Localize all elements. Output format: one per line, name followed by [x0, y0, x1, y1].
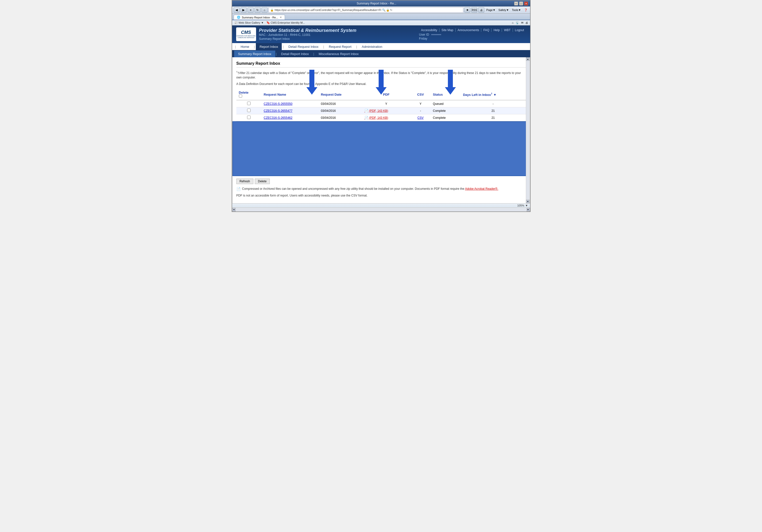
cms-top-links: Accessibility Site Map Announcements FAQ… — [419, 29, 526, 40]
bottom-scrollbar[interactable]: ◄ ► — [232, 207, 530, 211]
tools-menu[interactable]: Tools▼ — [511, 9, 522, 12]
row1-check — [236, 100, 261, 107]
row1-checkbox[interactable] — [247, 102, 251, 105]
nav-bar: ◀ ▶ ✕ ↻ ⌂ 🔒 https://psr-ui.cms.cmsnet/ps… — [232, 7, 530, 14]
rss-icon-toolbar[interactable]: 📡 — [516, 21, 519, 25]
pdf-icon: 📄 — [364, 109, 368, 113]
row3-request-link[interactable]: CZEC316-S-2655462 — [264, 116, 292, 119]
cms-top-nav: Accessibility Site Map Announcements FAQ… — [419, 29, 526, 32]
row3-csv-link[interactable]: CSV — [418, 116, 424, 119]
nav-report-inbox[interactable]: Report Inbox — [256, 43, 282, 50]
col-request-name[interactable]: Request Name — [261, 89, 318, 100]
cms-enterprise-icon: 🔖 — [266, 21, 270, 25]
cms-logo-area: CMS CENTERS FOR MEDICARE & MEDICAID SERV… — [236, 28, 356, 41]
row1-status: Queued — [430, 100, 461, 107]
window-controls: ─ □ ✕ — [514, 2, 528, 6]
refresh-browser-button[interactable]: ↻ — [255, 7, 261, 13]
print-icon-toolbar[interactable]: 🖨 — [525, 21, 528, 24]
page-menu[interactable]: Page▼ — [485, 9, 496, 12]
col-pdf[interactable]: PDF — [362, 89, 411, 100]
wbt-link[interactable]: WBT — [502, 29, 513, 32]
home-icon-toolbar[interactable]: ⌂ — [512, 21, 514, 24]
row3-days: 21 — [461, 114, 526, 121]
adobe-acrobat-link[interactable]: Adobe Acrobat Reader®. — [465, 187, 498, 190]
print-button[interactable]: 🖨 — [478, 7, 484, 13]
refresh-button[interactable]: Refresh — [236, 179, 253, 184]
zoom-control[interactable]: 105% ▼ — [517, 204, 528, 207]
subnav-summary[interactable]: Summary Report Inbox — [234, 50, 275, 57]
delete-button[interactable]: Delete — [255, 179, 270, 184]
nav-administration[interactable]: Administration — [358, 43, 386, 50]
cms-subtitle: MAC - Jurisdiction 11 - RHHI-C, 11001 — [259, 33, 356, 37]
mail-icon-toolbar[interactable]: ✉ — [521, 21, 523, 25]
browser-tab-active[interactable]: 🌐 Summary Report Inbox - Re... ✕ — [234, 15, 285, 20]
col-status[interactable]: Status — [430, 89, 461, 100]
lock-icon: 🔒 — [386, 9, 390, 12]
subnav-detail[interactable]: Detail Report Inbox — [277, 50, 313, 57]
favorites-star-button[interactable]: ★ — [464, 7, 470, 13]
forward-button[interactable]: ▶ — [241, 7, 247, 13]
row3-checkbox[interactable] — [247, 115, 251, 119]
row2-request-link[interactable]: CZEC316-S-2655477 — [264, 109, 292, 113]
rss-button[interactable]: RSS — [471, 7, 477, 13]
minimize-button[interactable]: ─ — [514, 2, 518, 6]
select-all-checkbox[interactable] — [239, 94, 242, 98]
zoom-chevron: ▼ — [525, 204, 528, 207]
tab-favicon: 🌐 — [237, 16, 240, 19]
row2-pdf: 📄 (PDF, 143 KB) — [362, 107, 411, 114]
nav-home[interactable]: Home — [237, 43, 253, 50]
bookmark-cms[interactable]: 🔖 CMS Enterprise Identity M... — [266, 21, 305, 25]
nav-detail-request-inbox[interactable]: Detail Request Inbox — [285, 43, 322, 50]
bookmark-web-slice[interactable]: 📰 Web Slice Gallery ▼ — [234, 21, 264, 25]
help-menu-icon[interactable]: ❓ — [523, 9, 529, 12]
home-browser-button[interactable]: ⌂ — [262, 7, 267, 13]
col-days-left[interactable]: Days Left in Inbox† ▼ — [461, 89, 526, 100]
row2-checkbox[interactable] — [247, 109, 251, 112]
help-link[interactable]: Help — [491, 29, 502, 32]
row3-pdf-text: (PDF, 143 KB) — [369, 116, 388, 119]
logout-link[interactable]: Logout — [513, 29, 526, 32]
user-id-box — [431, 34, 441, 35]
col-csv[interactable]: CSV — [411, 89, 430, 100]
scroll-down-button[interactable]: ▼ — [526, 200, 530, 203]
row1-csv: Y — [411, 100, 430, 107]
tab-title: Summary Report Inbox - Re... — [242, 16, 278, 19]
col-request-date[interactable]: Request Date — [318, 89, 362, 100]
pdf-icon-2: 📄 — [364, 116, 368, 119]
web-slice-label: Web Slice Gallery — [239, 21, 260, 24]
notice-text-1: ††After 21 calendar days with a Status o… — [236, 70, 526, 80]
subnav-misc[interactable]: Miscellaneous Report Inbox — [315, 50, 362, 57]
close-button[interactable]: ✕ — [524, 2, 528, 6]
scroll-right-button[interactable]: ► — [527, 208, 530, 211]
toolbar-icons-right: ⌂ 📡 ✉ 🖨 — [512, 21, 528, 25]
accessibility-link[interactable]: Accessibility — [419, 29, 439, 32]
address-bar[interactable]: 🔒 https://psr-ui.cms.cmsnet/psr-ui/Front… — [268, 7, 464, 13]
announcements-link[interactable]: Announcements — [455, 29, 481, 32]
row2-pdf-link[interactable]: 📄 (PDF, 143 KB) — [364, 109, 408, 113]
accessibility-note: PDF is not an accessible form of report.… — [236, 194, 526, 197]
col-delete: Delete — [236, 89, 261, 100]
row2-check — [236, 107, 261, 114]
site-map-link[interactable]: Site Map — [439, 29, 455, 32]
nav-request-report[interactable]: Request Report — [325, 43, 355, 50]
table-row: CZEC316-S-2655462 03/04/2016 📄 (PDF, 143… — [236, 114, 526, 121]
scroll-left-button[interactable]: ◄ — [232, 208, 236, 211]
tab-close-button[interactable]: ✕ — [280, 16, 282, 19]
footer-note: 📄 Compressed or Archived files can be op… — [236, 187, 526, 192]
row3-date: 03/04/2016 — [318, 114, 362, 121]
scroll-up-button[interactable]: ▲ — [526, 57, 530, 61]
main-nav-sep4: | — [355, 45, 358, 48]
faq-link[interactable]: FAQ — [481, 29, 491, 32]
user-id-label: User ID — [419, 33, 429, 37]
bottom-buttons: Refresh Delete — [236, 179, 526, 184]
footer-note-text: Compressed or Archived files can be open… — [242, 187, 498, 191]
maximize-button[interactable]: □ — [519, 2, 523, 6]
row1-request-link[interactable]: CZEC316-S-2655550 — [264, 102, 292, 106]
stop-button[interactable]: ✕ — [248, 7, 254, 13]
safety-menu[interactable]: Safety▼ — [497, 9, 510, 12]
back-button[interactable]: ◀ — [234, 7, 240, 13]
right-scrollbar[interactable]: ▲ ▼ — [526, 57, 530, 203]
row2-csv: - — [411, 107, 430, 114]
table-row: CZEC316-S-2655550 03/04/2016 Y Y Queued … — [236, 100, 526, 107]
row3-pdf-link[interactable]: 📄 (PDF, 143 KB) — [364, 116, 408, 119]
